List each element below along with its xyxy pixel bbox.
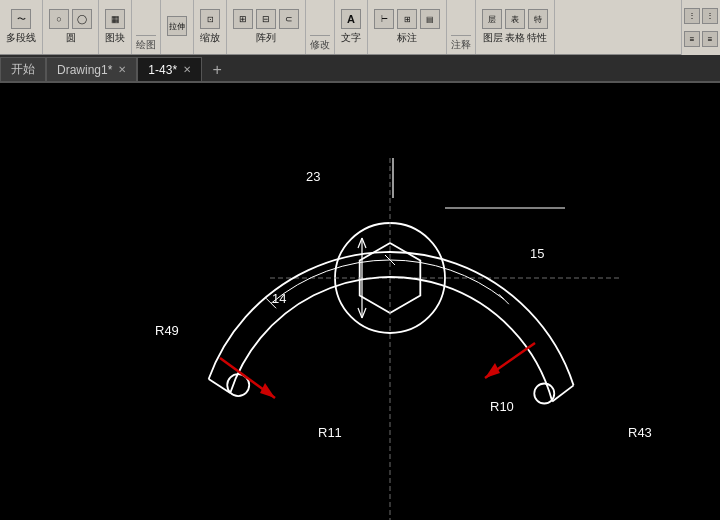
tab-1-43[interactable]: 1-43* ✕: [137, 57, 202, 81]
polyline-icon[interactable]: 〜: [11, 9, 31, 29]
layer-icon[interactable]: 层: [482, 9, 502, 29]
right-icon-2[interactable]: ⋮: [702, 8, 718, 24]
polyline-label: 多段线: [6, 31, 36, 45]
toolbar-text: A 文字: [335, 0, 368, 54]
right-icon-4[interactable]: ≡: [702, 31, 718, 47]
circle-icon[interactable]: ○: [49, 9, 69, 29]
toolbar: 〜 多段线 ○ ◯ 圆 ▦ 图块 绘图 拉伸 ⊡ 缩放: [0, 0, 720, 55]
array3-icon[interactable]: ⊂: [279, 9, 299, 29]
tabbar: 开始 Drawing1* ✕ 1-43* ✕ +: [0, 55, 720, 83]
tab-1-43-close[interactable]: ✕: [183, 64, 191, 75]
prop-label: 特性: [527, 31, 547, 45]
array-label: 阵列: [256, 31, 276, 45]
array2-icon[interactable]: ⊟: [256, 9, 276, 29]
cad-canvas: [0, 83, 720, 520]
block-label: 图块: [105, 31, 125, 45]
right-icon-3[interactable]: ≡: [684, 31, 700, 47]
circle-label: 圆: [66, 31, 76, 45]
modify-group-label: 修改: [310, 35, 330, 52]
toolbar-scale: ⊡ 缩放: [194, 0, 227, 54]
annot-group-label: 注释: [451, 35, 471, 52]
toolbar-dim: ⊢ ⊞ ▤ 标注: [368, 0, 447, 54]
block-icon[interactable]: ▦: [105, 9, 125, 29]
toolbar-array: ⊞ ⊟ ⊂ 阵列: [227, 0, 306, 54]
prop-icon[interactable]: 特: [528, 9, 548, 29]
array-icon[interactable]: ⊞: [233, 9, 253, 29]
draw-group-label: 绘图: [136, 35, 156, 52]
scale-icon[interactable]: ⊡: [200, 9, 220, 29]
stretch-icon[interactable]: 拉伸: [167, 16, 187, 36]
toolbar-polyline: 〜 多段线: [0, 0, 43, 54]
drawing-canvas: R49 R11 R10 R43 14 15 23 50° 35°: [0, 83, 720, 520]
dim-icon[interactable]: ⊢: [374, 9, 394, 29]
tab-drawing1-close[interactable]: ✕: [118, 64, 126, 75]
table-label: 表格: [505, 31, 525, 45]
text-icon[interactable]: A: [341, 9, 361, 29]
tab-1-43-label: 1-43*: [148, 63, 177, 77]
tab-drawing1-label: Drawing1*: [57, 63, 112, 77]
dim2-icon[interactable]: ⊞: [397, 9, 417, 29]
dim-label: 标注: [397, 31, 417, 45]
scale-label: 缩放: [200, 31, 220, 45]
right-icon-1[interactable]: ⋮: [684, 8, 700, 24]
toolbar-layer: 层 表 特 图层 表格 特性: [476, 0, 555, 54]
text-label: 文字: [341, 31, 361, 45]
layer-label: 图层: [483, 31, 503, 45]
tab-add-button[interactable]: +: [206, 59, 228, 81]
toolbar-stretch: 拉伸: [161, 0, 194, 54]
table-icon[interactable]: 表: [505, 9, 525, 29]
dim3-icon[interactable]: ▤: [420, 9, 440, 29]
circle2-icon[interactable]: ◯: [72, 9, 92, 29]
toolbar-block: ▦ 图块: [99, 0, 132, 54]
toolbar-circle: ○ ◯ 圆: [43, 0, 99, 54]
tab-start[interactable]: 开始: [0, 57, 46, 81]
tab-start-label: 开始: [11, 61, 35, 78]
tab-drawing1[interactable]: Drawing1* ✕: [46, 57, 137, 81]
